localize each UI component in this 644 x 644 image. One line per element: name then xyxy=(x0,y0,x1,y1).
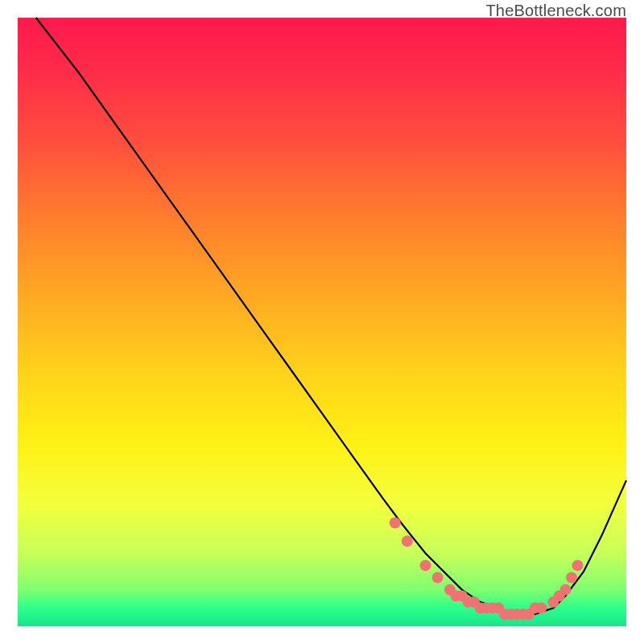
watermark-text: TheBottleneck.com xyxy=(485,2,626,20)
chart-gradient-background xyxy=(18,18,626,626)
chart-stage: TheBottleneck.com xyxy=(0,0,644,644)
